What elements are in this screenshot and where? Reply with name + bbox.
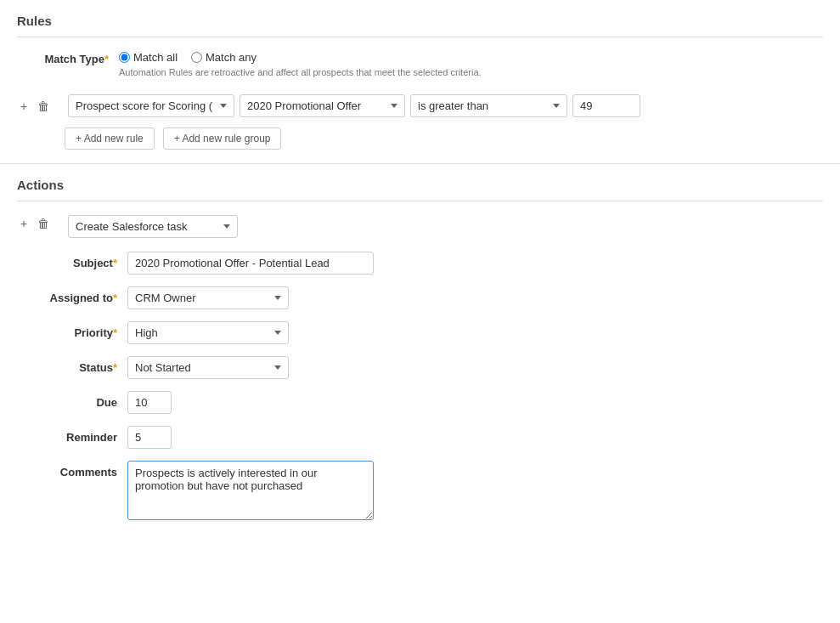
comments-control: Prospects is actively interested in our … xyxy=(127,461,467,523)
match-all-radio[interactable]: Match all xyxy=(119,51,178,64)
assigned-to-row: Assigned to* CRM Owner Account Owner xyxy=(17,286,823,309)
comments-label: Comments xyxy=(17,461,127,479)
rule-value-input[interactable] xyxy=(572,94,640,117)
reminder-input[interactable] xyxy=(127,426,172,449)
match-any-radio[interactable]: Match any xyxy=(191,51,257,64)
match-type-label: Match Type* xyxy=(17,51,119,65)
subject-label: Subject* xyxy=(17,252,127,269)
priority-row: Priority* High Normal Low xyxy=(17,321,823,344)
add-rule-icon-btn[interactable]: + xyxy=(17,98,31,115)
status-row: Status* Not Started In Progress Complete… xyxy=(17,356,823,379)
status-dropdown[interactable]: Not Started In Progress Completed xyxy=(127,356,289,379)
add-buttons: + Add new rule + Add new rule group xyxy=(65,127,823,150)
due-control xyxy=(127,391,467,414)
status-label: Status* xyxy=(17,356,127,374)
assigned-to-dropdown[interactable]: CRM Owner Account Owner xyxy=(127,286,289,309)
delete-action-icon-btn[interactable]: 🗑 xyxy=(34,215,53,232)
delete-rule-icon-btn[interactable]: 🗑 xyxy=(34,98,53,115)
priority-dropdown[interactable]: High Normal Low xyxy=(127,321,289,344)
actions-title: Actions xyxy=(17,178,823,201)
due-input[interactable] xyxy=(127,391,172,414)
rule-field-dropdown[interactable]: Prospect score for Scoring ( xyxy=(68,94,234,117)
priority-label: Priority* xyxy=(17,321,127,339)
assigned-to-control: CRM Owner Account Owner xyxy=(127,286,467,309)
comments-row: Comments Prospects is actively intereste… xyxy=(17,461,823,523)
action-type-dropdown[interactable]: Create Salesforce task xyxy=(68,215,238,238)
subject-control xyxy=(127,252,467,275)
action-controls: + 🗑 xyxy=(17,215,59,232)
add-action-icon-btn[interactable]: + xyxy=(17,215,31,232)
reminder-label: Reminder xyxy=(17,426,127,444)
priority-control: High Normal Low xyxy=(127,321,467,344)
match-any-input[interactable] xyxy=(191,52,202,63)
status-control: Not Started In Progress Completed xyxy=(127,356,467,379)
add-new-rule-button[interactable]: + Add new rule xyxy=(65,127,155,150)
match-type-radios: Match all Match any xyxy=(119,51,482,64)
match-all-input[interactable] xyxy=(119,52,130,63)
rule-controls: + 🗑 xyxy=(17,98,59,115)
subject-input[interactable] xyxy=(127,252,374,275)
match-type-hint: Automation Rules are retroactive and aff… xyxy=(119,67,482,77)
add-new-rule-group-button[interactable]: + Add new rule group xyxy=(163,127,282,150)
rule-row: + 🗑 Prospect score for Scoring ( 2020 Pr… xyxy=(17,94,823,117)
rule-operator-dropdown[interactable]: is greater than is less than is equal to xyxy=(410,94,567,117)
rules-section: Rules Match Type* Match all Match any Au… xyxy=(0,0,840,163)
action-type-row: + 🗑 Create Salesforce task xyxy=(17,215,823,238)
match-type-options: Match all Match any Automation Rules are… xyxy=(119,51,482,77)
reminder-control xyxy=(127,426,467,449)
rule-campaign-dropdown[interactable]: 2020 Promotional Offer xyxy=(240,94,405,117)
subject-row: Subject* xyxy=(17,252,823,275)
match-type-row: Match Type* Match all Match any Automati… xyxy=(17,51,823,77)
due-row: Due xyxy=(17,391,823,414)
comments-textarea[interactable]: Prospects is actively interested in our … xyxy=(127,461,374,520)
rules-title: Rules xyxy=(17,14,823,37)
assigned-to-label: Assigned to* xyxy=(17,286,127,304)
reminder-row: Reminder xyxy=(17,426,823,449)
due-label: Due xyxy=(17,391,127,409)
actions-section: Actions + 🗑 Create Salesforce task Subje… xyxy=(0,163,840,548)
